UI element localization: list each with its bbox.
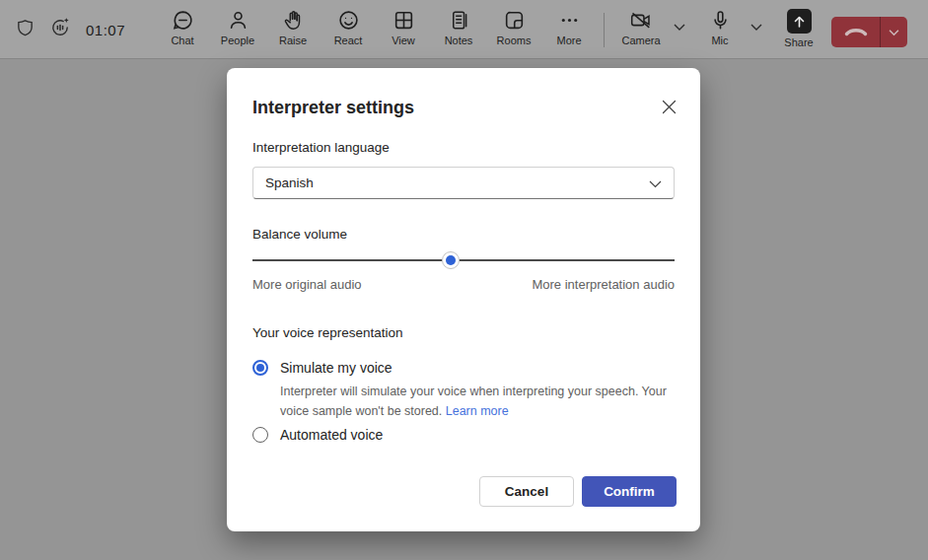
share-button[interactable]: Share xyxy=(777,9,821,48)
raise-button[interactable]: Raise xyxy=(265,9,321,46)
radio-icon[interactable] xyxy=(252,360,268,376)
hang-up-button[interactable] xyxy=(831,17,880,47)
camera-button[interactable]: Camera xyxy=(617,9,665,46)
more-interpretation-audio-label: More interpretation audio xyxy=(532,277,675,292)
toolbar-buttons: Chat People Raise xyxy=(155,9,597,46)
mic-button[interactable]: Mic xyxy=(700,9,740,46)
confirm-button[interactable]: Confirm xyxy=(582,476,677,507)
chat-icon xyxy=(172,9,194,32)
rooms-label: Rooms xyxy=(497,35,532,46)
camera-label: Camera xyxy=(621,35,660,46)
voice-option-automated[interactable]: Automated voice xyxy=(252,427,383,443)
close-icon xyxy=(662,100,677,118)
balance-slider-track[interactable] xyxy=(252,259,675,261)
leave-options-chevron[interactable] xyxy=(881,17,907,47)
ai-transcription-icon xyxy=(49,17,71,42)
hang-up-icon xyxy=(843,24,869,41)
learn-more-link[interactable]: Learn more xyxy=(446,404,509,418)
more-original-audio-label: More original audio xyxy=(252,277,362,292)
automated-voice-label: Automated voice xyxy=(280,427,383,443)
meeting-status-cluster: 01:07 xyxy=(16,0,125,59)
raise-hand-icon xyxy=(282,9,305,32)
mic-icon xyxy=(709,9,732,32)
more-icon xyxy=(558,9,581,32)
view-button[interactable]: View xyxy=(376,9,431,46)
balance-label: Balance volume xyxy=(252,227,347,242)
mic-label: Mic xyxy=(711,35,728,46)
simulate-voice-label: Simulate my voice xyxy=(280,360,393,376)
more-button[interactable]: More xyxy=(541,9,597,46)
chat-label: Chat xyxy=(171,35,193,46)
language-value: Spanish xyxy=(265,175,649,190)
mic-options-chevron[interactable] xyxy=(748,18,765,35)
people-label: People xyxy=(221,35,254,46)
av-controls: Camera Mic xyxy=(617,9,821,48)
shield-icon xyxy=(16,18,35,42)
dialog-title: Interpreter settings xyxy=(252,98,414,118)
people-button[interactable]: People xyxy=(210,9,265,46)
balance-slider-thumb[interactable] xyxy=(442,251,460,269)
share-label: Share xyxy=(784,37,813,48)
notes-label: Notes xyxy=(445,35,473,46)
camera-off-icon xyxy=(629,9,653,32)
raise-label: Raise xyxy=(279,35,307,46)
language-label: Interpretation language xyxy=(252,140,390,155)
cancel-button[interactable]: Cancel xyxy=(479,476,574,507)
voice-option-simulate[interactable]: Simulate my voice xyxy=(252,360,393,376)
view-label: View xyxy=(392,35,415,46)
voice-section-label: Your voice representation xyxy=(252,325,403,340)
dialog-actions: Cancel Confirm xyxy=(479,476,677,507)
language-dropdown[interactable]: Spanish xyxy=(252,167,675,199)
react-button[interactable]: React xyxy=(321,9,376,46)
react-icon xyxy=(337,9,360,32)
radio-icon[interactable] xyxy=(252,427,268,443)
more-label: More xyxy=(556,35,581,46)
chevron-down-icon xyxy=(649,175,662,192)
toolbar-divider xyxy=(604,13,605,47)
view-icon xyxy=(393,9,415,32)
share-icon xyxy=(787,9,812,34)
meeting-timer: 01:07 xyxy=(86,22,125,38)
simulate-voice-description: Interpreter will simulate your voice whe… xyxy=(280,382,675,421)
rooms-button[interactable]: Rooms xyxy=(486,9,541,46)
notes-icon xyxy=(448,9,470,32)
leave-split-button xyxy=(831,17,907,47)
balance-slider[interactable] xyxy=(252,251,675,269)
camera-options-chevron[interactable] xyxy=(671,18,688,35)
rooms-icon xyxy=(503,9,526,32)
balance-endpoint-labels: More original audio More interpretation … xyxy=(252,277,675,292)
meeting-toolbar: 01:07 Chat People xyxy=(0,0,928,59)
close-button[interactable] xyxy=(657,97,680,120)
people-icon xyxy=(227,9,250,32)
interpreter-settings-dialog: Interpreter settings Interpretation lang… xyxy=(227,68,700,531)
react-label: React xyxy=(334,35,363,46)
notes-button[interactable]: Notes xyxy=(431,9,486,46)
chat-button[interactable]: Chat xyxy=(155,9,210,46)
